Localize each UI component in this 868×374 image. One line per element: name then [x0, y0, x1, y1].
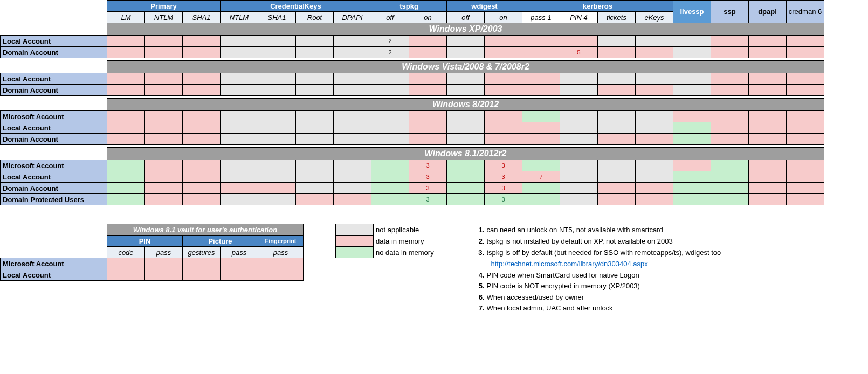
cell [296, 122, 334, 134]
legend-swatch-grey [336, 224, 374, 236]
cell [145, 134, 183, 145]
cell [522, 111, 560, 122]
cell [711, 122, 749, 134]
cell: 5 [560, 47, 598, 58]
cell [636, 122, 673, 134]
cell [673, 85, 711, 96]
cell [145, 194, 183, 205]
cell: 3 [485, 183, 522, 194]
cell [522, 194, 560, 205]
cell [221, 73, 258, 85]
cell [787, 183, 824, 194]
cell [145, 171, 183, 183]
cell [447, 111, 485, 122]
cell [221, 194, 258, 205]
vault-row-ms: Microsoft Account [1, 258, 107, 269]
cell [296, 47, 334, 58]
cell [296, 134, 334, 145]
cell [711, 171, 749, 183]
cell [673, 47, 711, 58]
vault-sub-pass1: pass [145, 247, 183, 258]
header-group-row: Primary CredentialKeys tspkg wdigest ker… [1, 1, 824, 12]
cell [107, 122, 145, 134]
note-num-4: 4. [471, 269, 487, 281]
cell [560, 160, 598, 171]
cell [711, 111, 749, 122]
cell [221, 258, 258, 269]
cell [334, 111, 371, 122]
cell [522, 73, 560, 85]
vault-grp-finger: Fingerprint [258, 236, 304, 247]
cell [183, 183, 221, 194]
cell [145, 85, 183, 96]
cell [749, 160, 787, 171]
cell [447, 134, 485, 145]
cell [107, 134, 145, 145]
notes-link[interactable]: http://technet.microsoft.com/library/dn3… [491, 260, 648, 268]
cell [296, 160, 334, 171]
cell [296, 111, 334, 122]
cell [371, 111, 409, 122]
cell [673, 171, 711, 183]
cell [183, 258, 221, 269]
cell [258, 171, 296, 183]
cell [221, 85, 258, 96]
cell [258, 258, 304, 269]
cell [598, 183, 636, 194]
cell [749, 122, 787, 134]
cell: 3 [409, 171, 447, 183]
cell [371, 85, 409, 96]
cell [296, 36, 334, 47]
cell [258, 73, 296, 85]
cell [749, 171, 787, 183]
cell [258, 134, 296, 145]
cell [711, 47, 749, 58]
vault-row-local: Local Account [1, 269, 107, 281]
cell [183, 111, 221, 122]
cell [749, 134, 787, 145]
cell [258, 36, 296, 47]
cell [787, 171, 824, 183]
cell [711, 36, 749, 47]
table-row: Local Account [1, 122, 824, 134]
cell [296, 171, 334, 183]
cell: 3 [485, 171, 522, 183]
cell [560, 122, 598, 134]
table-row: Domain Account25 [1, 47, 824, 58]
cell [711, 194, 749, 205]
row-label: Local Account [1, 73, 107, 85]
cell [145, 73, 183, 85]
cell [636, 134, 673, 145]
cell [258, 269, 304, 281]
cell [485, 134, 522, 145]
note-num-5: 5. [471, 281, 487, 292]
main-table: Primary CredentialKeys tspkg wdigest ker… [0, 0, 824, 207]
cell [145, 47, 183, 58]
cell [749, 194, 787, 205]
table-row: Domain Account33 [1, 183, 824, 194]
cell [522, 36, 560, 47]
hdr-ssp: ssp [711, 1, 749, 23]
cell: 3 [485, 160, 522, 171]
bottom-table: Windows 8.1 vault for user's authenticat… [0, 224, 832, 313]
cell [598, 134, 636, 145]
sub-tspkg-on: on [409, 12, 447, 23]
cell [560, 183, 598, 194]
cell [183, 134, 221, 145]
cell [787, 122, 824, 134]
cell [107, 171, 145, 183]
cell [107, 269, 145, 281]
hdr-primary: Primary [107, 1, 221, 12]
cell [183, 171, 221, 183]
cell [485, 122, 522, 134]
cell [560, 171, 598, 183]
row-label: Microsoft Account [1, 160, 107, 171]
row-label: Domain Protected Users [1, 194, 107, 205]
cell [598, 73, 636, 85]
cell [145, 258, 183, 269]
vault-sub-pass2: pass [221, 247, 258, 258]
cell [787, 47, 824, 58]
cell [749, 47, 787, 58]
cell [447, 36, 485, 47]
note-2: tspkg is not installed by default on XP,… [487, 236, 832, 247]
